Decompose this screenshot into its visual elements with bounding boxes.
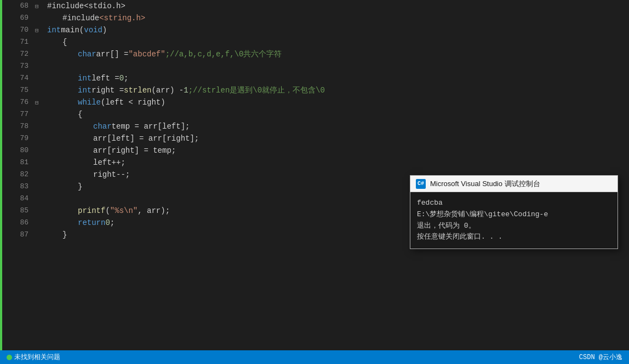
fold-icon — [35, 120, 43, 132]
line-numbers: 6869707172737475767778798081828384858687 — [2, 0, 35, 350]
token-plain: right = — [92, 84, 124, 96]
fold-icon — [35, 72, 43, 84]
token-plain: (left < right) — [101, 96, 165, 108]
line-number: 73 — [2, 60, 28, 72]
token-fn: printf — [78, 205, 105, 217]
line-number: 80 — [2, 145, 28, 157]
console-line: 退出，代码为 0。 — [417, 221, 611, 232]
fold-icon — [35, 169, 43, 181]
console-window[interactable]: C# Microsoft Visual Studio 调试控制台 fedcbaE… — [410, 175, 618, 249]
token-plain: temp = arr[left]; — [112, 120, 190, 132]
fold-icon — [35, 132, 43, 145]
token-num: 0 — [105, 217, 110, 229]
console-body: fedcbaE:\梦想杂货铺\编程\gitee\Coding-e退出，代码为 0… — [410, 192, 617, 249]
token-kw: char — [93, 120, 112, 132]
code-line: { — [47, 108, 629, 120]
line-number: 83 — [2, 181, 28, 193]
fold-icon — [35, 181, 43, 193]
token-kw: int — [78, 72, 92, 84]
token-plain: main( — [61, 24, 84, 36]
console-titlebar: C# Microsoft Visual Studio 调试控制台 — [410, 176, 617, 192]
code-line: { — [47, 36, 629, 48]
line-number: 72 — [2, 48, 28, 60]
fold-icon[interactable]: ⊟ — [35, 96, 43, 108]
status-dot-icon — [7, 355, 12, 360]
code-line: int right = strlen(arr) - 1;//strlen是遇到\… — [47, 84, 629, 96]
token-plain: ; — [110, 217, 115, 229]
token-plain: } — [62, 229, 67, 241]
token-plain: , arr); — [138, 205, 170, 217]
line-number: 85 — [2, 205, 28, 217]
line-number: 82 — [2, 169, 28, 181]
token-plain: arr[right] = temp; — [93, 145, 176, 157]
line-number: 69 — [2, 12, 28, 24]
code-line: arr[left] = arr[right]; — [47, 132, 629, 145]
token-plain: arr[left] = arr[right]; — [93, 132, 199, 145]
code-line: int main(void) — [47, 24, 629, 36]
fold-icon — [35, 193, 43, 205]
token-cmt: ;//strlen是遇到\0就停止，不包含\0 — [188, 84, 325, 96]
line-number: 86 — [2, 217, 28, 229]
code-line: #include<stdio.h> — [47, 0, 629, 12]
token-plain: ) — [102, 24, 107, 36]
line-number: 87 — [2, 229, 28, 241]
token-str: "%s\n" — [110, 205, 138, 217]
line-number: 71 — [2, 36, 28, 48]
token-kw: char — [78, 48, 96, 60]
token-str: <string.h> — [99, 12, 145, 24]
token-kw: int — [47, 24, 61, 36]
line-number: 84 — [2, 193, 28, 205]
console-title: Microsoft Visual Studio 调试控制台 — [430, 179, 540, 189]
code-line: arr[right] = temp; — [47, 145, 629, 157]
code-line: #include<string.h> — [47, 12, 629, 24]
fold-gutter: ⊟⊟⊟ — [35, 0, 43, 350]
fold-icon — [35, 60, 43, 72]
status-brand: CSDN @云小逸 — [579, 353, 622, 362]
token-plain: left = — [92, 72, 119, 84]
token-plain: ; — [124, 72, 128, 84]
vs-icon: C# — [416, 179, 426, 189]
status-bar: 未找到相关问题 CSDN @云小逸 — [0, 350, 629, 364]
line-number: 68 — [2, 0, 28, 12]
line-number: 81 — [2, 157, 28, 169]
status-problem-label: 未找到相关问题 — [14, 353, 60, 362]
token-plain: { — [78, 108, 82, 120]
code-line: while (left < right) — [47, 96, 629, 108]
line-number: 76 — [2, 96, 28, 108]
fold-icon — [35, 12, 43, 24]
code-line: left++; — [47, 157, 629, 169]
token-plain: left++; — [93, 157, 125, 169]
line-number: 70 — [2, 24, 28, 36]
token-cmt: ;//a,b,c,d,e,f,\0共六个字符 — [165, 48, 282, 60]
line-number: 74 — [2, 72, 28, 84]
console-line: fedcba — [417, 198, 611, 209]
token-plain: (arr) - — [151, 84, 184, 96]
token-plain: ( — [105, 205, 110, 217]
fold-icon — [35, 145, 43, 157]
token-str: "abcdef" — [128, 48, 165, 60]
line-number: 75 — [2, 84, 28, 96]
code-line — [47, 60, 629, 72]
fold-icon — [35, 217, 43, 229]
status-problems[interactable]: 未找到相关问题 — [7, 353, 60, 362]
code-line: char temp = arr[left]; — [47, 120, 629, 132]
fold-icon — [35, 36, 43, 48]
code-line: int left = 0; — [47, 72, 629, 84]
token-num: 1 — [184, 84, 188, 96]
console-line: 按任意键关闭此窗口. . . — [417, 232, 611, 243]
fold-icon — [35, 205, 43, 217]
line-number: 77 — [2, 108, 28, 120]
vs-icon-label: C# — [418, 181, 424, 187]
token-fn: strlen — [124, 84, 151, 96]
line-number: 78 — [2, 120, 28, 132]
fold-icon — [35, 108, 43, 120]
code-line: char arr[] = "abcdef";//a,b,c,d,e,f,\0共六… — [47, 48, 629, 60]
token-kw: while — [78, 96, 101, 108]
fold-icon[interactable]: ⊟ — [35, 0, 43, 12]
fold-icon — [35, 84, 43, 96]
token-plain: #include — [62, 12, 99, 24]
fold-icon — [35, 157, 43, 169]
token-cmt-like: #include<stdio.h> — [47, 0, 125, 12]
fold-icon[interactable]: ⊟ — [35, 24, 43, 36]
token-plain: arr[] = — [96, 48, 129, 60]
